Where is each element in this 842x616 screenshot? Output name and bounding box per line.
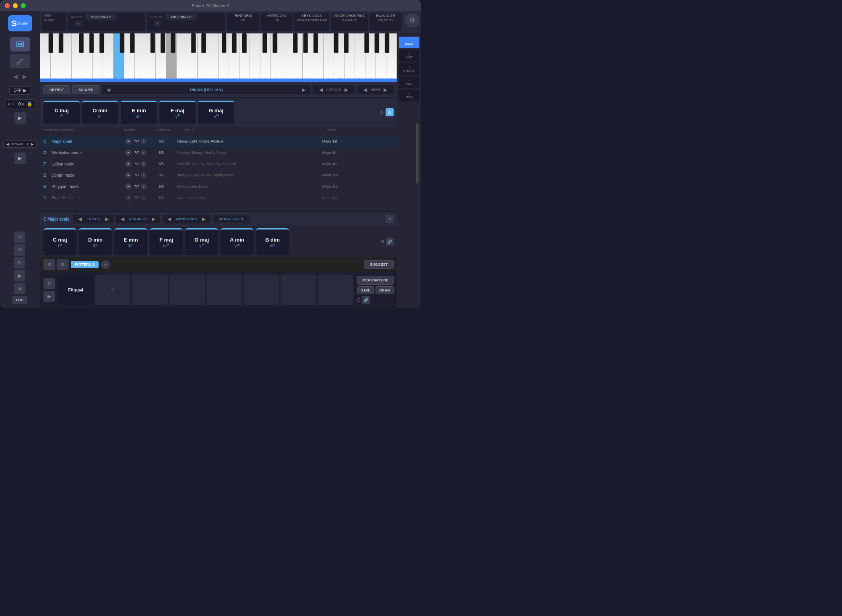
scale-play-3[interactable]: ▶ — [125, 172, 132, 178]
key-a2[interactable]: A — [166, 33, 177, 82]
octave-right[interactable]: ▶ — [31, 142, 34, 146]
key-e2[interactable]: E — [135, 33, 145, 82]
redo-btn-pattern[interactable]: ⟳ — [57, 259, 68, 270]
triads-left-arrow[interactable]: ◀ — [105, 87, 112, 93]
key-f3[interactable]: F — [219, 33, 229, 82]
key-f5[interactable]: F — [365, 33, 376, 82]
nav-right-arrow[interactable]: ▶ — [21, 72, 29, 81]
key-c5[interactable]: C5 — [334, 33, 345, 82]
bottom-chord-6[interactable]: B dim viio — [256, 228, 289, 255]
key-g4[interactable]: G — [303, 33, 313, 82]
tab-chord[interactable]: 3 CHORD — [399, 63, 419, 75]
scale-info-1[interactable]: i — [141, 150, 147, 155]
top-chord-4[interactable]: G maj VM — [198, 101, 234, 124]
audio-chord-value[interactable]: - — [154, 21, 161, 26]
seq-slot-5[interactable] — [244, 275, 279, 305]
scale-row-2[interactable]: F Lydian mode ▶ 7/7 i 5/5 Hopeful, Dream… — [40, 158, 397, 170]
key-c1[interactable]: C1 — [40, 33, 51, 82]
artists-left-arrow[interactable]: ◀ — [318, 87, 324, 93]
bottom-chord-2[interactable]: E min iiim — [114, 228, 147, 255]
a-toggle[interactable]: A — [386, 108, 394, 116]
midi-capture-button[interactable]: MIDI CAPTURE — [357, 276, 394, 285]
bottom-chord-0[interactable]: C maj IM — [43, 228, 76, 255]
scale-info-3[interactable]: i — [141, 172, 147, 178]
scale-play-1[interactable]: ▶ — [125, 149, 132, 156]
minimize-btn[interactable] — [13, 3, 18, 8]
notes-value[interactable]: - MIDI BIND A - — [85, 14, 117, 20]
tab-mod[interactable]: 5 MOD — [399, 90, 419, 101]
top-chord-1[interactable]: D min iim — [82, 101, 118, 124]
seq-loop-btn[interactable]: ↻ — [43, 278, 55, 289]
redo-button[interactable]: ⟳ — [14, 244, 25, 256]
key-f2[interactable]: F — [145, 33, 156, 82]
key-d5[interactable]: D — [345, 33, 355, 82]
seq-slot-7[interactable] — [318, 275, 353, 305]
variations-left[interactable]: ◀ — [166, 216, 173, 222]
seq-slot-4[interactable] — [206, 275, 242, 305]
maximize-btn[interactable] — [21, 3, 26, 8]
bottom-chord-4[interactable]: G maj VM — [185, 228, 218, 255]
settings-gear-button[interactable]: ⚙ — [405, 13, 419, 27]
lock-icon[interactable]: 🔒 — [27, 101, 33, 107]
key-e1[interactable]: E — [61, 33, 72, 82]
key-f1[interactable]: F — [72, 33, 82, 82]
scale-info-4[interactable]: i — [141, 184, 147, 189]
key-c2[interactable]: C2 — [114, 33, 124, 82]
seq-slot-2[interactable] — [132, 275, 167, 305]
play-button-bottom[interactable]: ▶ — [14, 153, 26, 164]
close-bottom-section[interactable]: ✕ — [386, 215, 394, 223]
bottom-chord-3[interactable]: F maj IVM — [150, 228, 183, 255]
sidebar-guitar-icon[interactable] — [10, 54, 30, 68]
play-seq-button[interactable]: ▶ — [14, 270, 25, 281]
bottom-chord-1[interactable]: D min iim — [79, 228, 112, 255]
loop-button[interactable]: ↻ — [14, 257, 25, 269]
user-left-arrow[interactable]: ◀ — [362, 87, 369, 93]
key-a4[interactable]: A — [313, 33, 324, 82]
bottom-chord-5[interactable]: A min vim — [221, 228, 254, 255]
chord-value[interactable]: - MIDI BIND A - — [165, 14, 197, 20]
play-button-top[interactable]: ▶ — [14, 112, 26, 124]
key-a1[interactable]: A — [93, 33, 103, 82]
key-d3[interactable]: D — [198, 33, 208, 82]
key-g2[interactable]: G — [156, 33, 166, 82]
scale-row-3[interactable]: D Dorian mode ▶ 7/7 i 5/5 Jazzy, Bluesy,… — [40, 170, 397, 181]
off-button[interactable]: OFF ▶ — [9, 86, 31, 95]
detect-button[interactable]: DETECT — [43, 85, 70, 94]
top-chord-2[interactable]: E min iiim — [121, 101, 157, 124]
scale-play-2[interactable]: ▶ — [125, 161, 132, 167]
key-g1[interactable]: G — [82, 33, 93, 82]
variations-right[interactable]: ▶ — [200, 216, 207, 222]
key-e4[interactable]: E — [281, 33, 292, 82]
st-right-arrow[interactable]: ▶ — [22, 102, 25, 106]
tab-main[interactable]: 1 MAIN — [399, 37, 419, 48]
octave-left[interactable]: ◀ — [6, 142, 9, 146]
suggest-button[interactable]: SUGGEST — [364, 260, 394, 269]
scale-info-5[interactable]: i — [141, 195, 147, 201]
c-link-icon[interactable]: 🔗 — [362, 296, 370, 304]
key-c4[interactable]: C4 — [260, 33, 271, 82]
scale-play-0[interactable]: ▶ — [125, 138, 132, 145]
sidebar-midi-icon[interactable] — [10, 37, 30, 52]
key-f4[interactable]: F — [292, 33, 303, 82]
triads-right-arrow[interactable]: ▶ — [300, 87, 307, 93]
key-e5[interactable]: E — [355, 33, 365, 82]
b-link-icon[interactable]: 🔗 — [386, 238, 394, 246]
st-left-arrow[interactable]: ◀ — [7, 102, 10, 106]
scale-row-1[interactable]: G Mixolydian mode ▶ 7/7 i 5/5 Positive, … — [40, 147, 397, 158]
key-c3[interactable]: C3 — [187, 33, 198, 82]
undo-button[interactable]: ⟲ — [14, 232, 25, 243]
add-pattern-button[interactable]: + — [101, 260, 110, 269]
triads-bottom-right[interactable]: ▶ — [103, 216, 110, 222]
triads-bottom-left[interactable]: ◀ — [76, 216, 83, 222]
grid-button[interactable]: ⊠ — [14, 283, 25, 294]
key-g5[interactable]: G — [376, 33, 386, 82]
key-b1[interactable]: B — [103, 33, 114, 82]
scale-play-4[interactable]: ▶ — [125, 183, 132, 190]
user-right-arrow[interactable]: ▶ — [382, 87, 389, 93]
key-d2[interactable]: D — [124, 33, 135, 82]
edit-button[interactable]: EdIt — [12, 296, 27, 304]
key-d4[interactable]: D — [271, 33, 281, 82]
top-chord-3[interactable]: F maj IVM — [159, 101, 196, 124]
key-e3[interactable]: E — [208, 33, 219, 82]
key-g3[interactable]: G — [229, 33, 239, 82]
